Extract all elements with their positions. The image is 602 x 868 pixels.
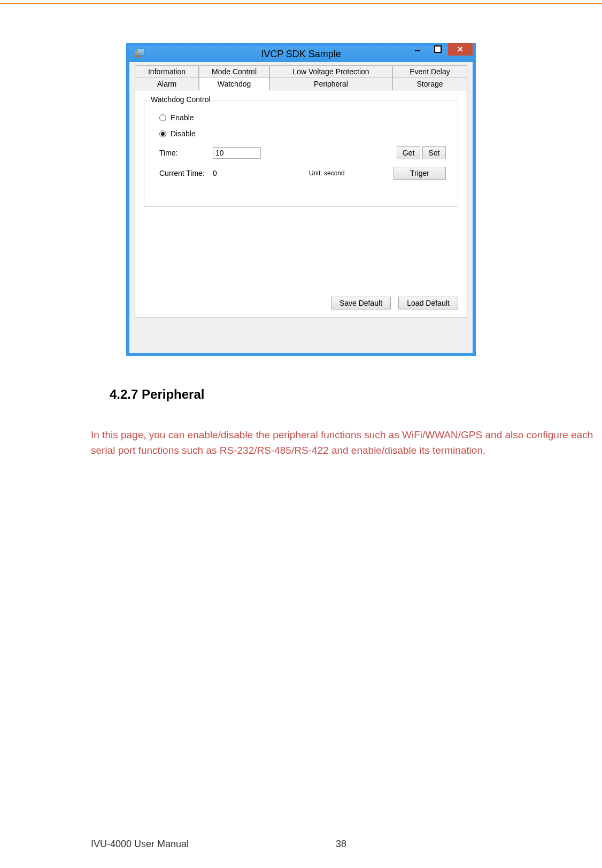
- window-buttons: [407, 46, 473, 62]
- get-button[interactable]: Get: [397, 146, 420, 159]
- radio-enable-row[interactable]: Enable: [159, 113, 446, 122]
- tab-alarm[interactable]: Alarm: [135, 78, 199, 90]
- maximize-button[interactable]: [428, 43, 448, 56]
- time-row: Time: Get Set: [159, 145, 446, 160]
- close-button[interactable]: [448, 43, 473, 56]
- time-label: Time:: [159, 149, 213, 157]
- tabs-area: Information Mode Control Low Voltage Pro…: [129, 62, 473, 317]
- minimize-button[interactable]: [407, 43, 428, 56]
- footer-doc-title: IVU-4000 User Manual: [91, 839, 189, 850]
- tab-peripheral[interactable]: Peripheral: [269, 78, 392, 90]
- titlebar: IVCP SDK Sample: [129, 46, 473, 62]
- get-set-buttons: Get Set: [397, 146, 446, 159]
- set-button[interactable]: Set: [422, 146, 446, 159]
- radio-disable[interactable]: [159, 130, 166, 137]
- section-heading: 4.2.7 Peripheral: [110, 387, 204, 402]
- default-buttons: Save Default Load Default: [331, 297, 458, 309]
- tab-row-2: Alarm Watchdog Peripheral Storage: [135, 78, 467, 90]
- load-default-button[interactable]: Load Default: [398, 297, 458, 309]
- tab-watchdog[interactable]: Watchdog: [199, 78, 269, 90]
- tab-body-watchdog: Watchdog Control Enable Disable Time: Ge…: [135, 90, 467, 317]
- triger-button-row: Triger: [393, 167, 446, 180]
- time-input[interactable]: [213, 147, 261, 159]
- tab-information[interactable]: Information: [135, 65, 199, 78]
- tab-storage[interactable]: Storage: [392, 78, 467, 90]
- app-icon: [132, 46, 144, 62]
- save-default-button[interactable]: Save Default: [331, 297, 391, 309]
- tab-event-delay[interactable]: Event Delay: [392, 65, 467, 78]
- radio-enable[interactable]: [159, 114, 166, 121]
- section-body-text: In this page, you can enable/disable the…: [91, 428, 599, 458]
- tab-low-voltage-protection[interactable]: Low Voltage Protection: [269, 65, 392, 78]
- page-top-rule: [0, 3, 602, 4]
- current-time-row: Current Time: 0 Unit: second Triger: [159, 166, 446, 181]
- watchdog-control-group: Watchdog Control Enable Disable Time: Ge…: [144, 100, 458, 207]
- tab-mode-control[interactable]: Mode Control: [199, 65, 269, 78]
- radio-disable-row[interactable]: Disable: [159, 129, 446, 138]
- footer-page-number: 38: [336, 839, 346, 850]
- radio-enable-label: Enable: [171, 113, 194, 122]
- unit-label: Unit: second: [309, 169, 373, 177]
- radio-disable-label: Disable: [171, 129, 196, 138]
- group-legend: Watchdog Control: [149, 95, 213, 104]
- triger-button[interactable]: Triger: [393, 167, 446, 180]
- current-time-value: 0: [213, 169, 256, 177]
- app-window: IVCP SDK Sample Information Mode Control…: [126, 43, 476, 356]
- tab-row-1: Information Mode Control Low Voltage Pro…: [135, 65, 467, 78]
- current-time-label: Current Time:: [159, 169, 213, 177]
- page-footer: IVU-4000 User Manual 38: [91, 839, 575, 850]
